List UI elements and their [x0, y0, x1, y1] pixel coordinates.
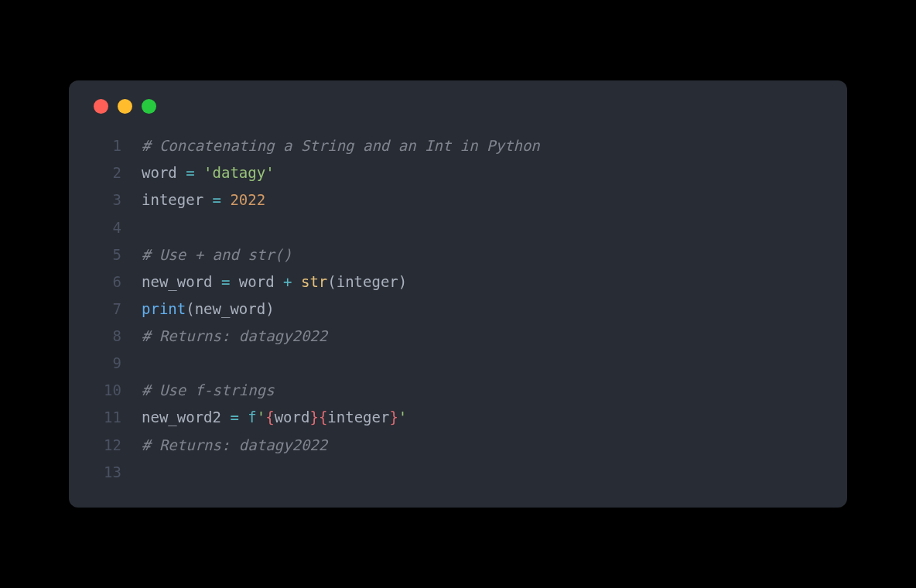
line-number: 4 — [91, 214, 121, 241]
code-content: print(new_word) — [142, 296, 825, 323]
space-token — [221, 191, 230, 208]
fbrace-token: } — [389, 409, 398, 426]
number-token: 2022 — [230, 191, 265, 208]
line-number: 1 — [91, 132, 121, 159]
close-icon[interactable] — [94, 99, 108, 114]
operator-token: = — [186, 164, 194, 181]
function-token: print — [142, 300, 186, 317]
operator-token: = — [221, 273, 230, 290]
code-content: new_word2 = f'{word}{integer}' — [142, 404, 825, 431]
traffic-lights — [91, 99, 825, 114]
line-number: 6 — [91, 268, 121, 296]
variable-token: word — [142, 164, 186, 181]
line-number: 10 — [91, 377, 121, 404]
variable-token: integer — [142, 191, 213, 208]
code-content: new_word = word + str(integer) — [142, 268, 825, 296]
variable-token: new_word — [142, 273, 221, 290]
code-line: 12 # Returns: datagy2022 — [91, 432, 825, 459]
comment-token: # Use f-strings — [142, 381, 275, 398]
variable-token: new_word2 — [142, 409, 230, 426]
code-content — [142, 214, 825, 241]
minimize-icon[interactable] — [118, 99, 132, 114]
line-number: 7 — [91, 296, 121, 323]
code-line: 8 # Returns: datagy2022 — [91, 323, 825, 350]
code-line: 3 integer = 2022 — [91, 186, 825, 214]
text-token: word — [230, 273, 283, 290]
operator-token: = — [213, 191, 221, 208]
code-content — [142, 350, 825, 377]
line-number: 5 — [91, 241, 121, 268]
code-line: 7 print(new_word) — [91, 296, 825, 323]
line-number: 8 — [91, 323, 121, 350]
fbrace-token: } — [309, 409, 318, 426]
line-number: 3 — [91, 186, 121, 214]
code-content: # Returns: datagy2022 — [142, 323, 825, 350]
paren-token: ) — [265, 300, 274, 317]
operator-token: = — [230, 409, 238, 426]
code-content — [142, 459, 825, 486]
string-token: ' — [257, 409, 265, 426]
code-line: 4 — [91, 214, 825, 241]
comment-token: # Returns: datagy2022 — [142, 436, 327, 453]
builtin-token: str — [301, 273, 327, 290]
code-area: 1 # Concatenating a String and an Int in… — [91, 132, 825, 486]
variable-token: integer — [327, 409, 389, 426]
code-line: 6 new_word = word + str(integer) — [91, 268, 825, 296]
line-number: 11 — [91, 404, 121, 431]
code-line: 2 word = 'datagy' — [91, 159, 825, 186]
code-line: 13 — [91, 459, 825, 486]
variable-token: integer — [337, 273, 398, 290]
fbrace-token: { — [265, 409, 274, 426]
variable-token: new_word — [195, 300, 266, 317]
line-number: 2 — [91, 159, 121, 186]
code-line: 1 # Concatenating a String and an Int in… — [91, 132, 825, 159]
code-content: # Use f-strings — [142, 377, 825, 404]
code-content: # Concatenating a String and an Int in P… — [142, 132, 825, 159]
comment-token: # Returns: datagy2022 — [142, 327, 327, 344]
line-number: 9 — [91, 350, 121, 377]
paren-token: ( — [327, 273, 336, 290]
comment-token: # Use + and str() — [142, 246, 292, 263]
maximize-icon[interactable] — [142, 99, 156, 114]
fprefix-token: f — [248, 409, 256, 426]
variable-token: word — [275, 409, 310, 426]
code-window: 1 # Concatenating a String and an Int in… — [69, 80, 847, 508]
paren-token: ( — [186, 300, 194, 317]
line-number: 12 — [91, 432, 121, 459]
code-content: # Returns: datagy2022 — [142, 432, 825, 459]
code-content: # Use + and str() — [142, 241, 825, 268]
fbrace-token: { — [319, 409, 327, 426]
code-line: 11 new_word2 = f'{word}{integer}' — [91, 404, 825, 431]
code-line: 5 # Use + and str() — [91, 241, 825, 268]
paren-token: ) — [398, 273, 407, 290]
code-line: 10 # Use f-strings — [91, 377, 825, 404]
comment-token: # Concatenating a String and an Int in P… — [142, 137, 540, 154]
code-content: integer = 2022 — [142, 186, 825, 214]
space-token — [292, 273, 301, 290]
line-number: 13 — [91, 459, 121, 486]
code-line: 9 — [91, 350, 825, 377]
string-token: ' — [398, 409, 407, 426]
space-token — [195, 164, 203, 181]
operator-token: + — [283, 273, 292, 290]
string-token: 'datagy' — [203, 164, 275, 181]
code-content: word = 'datagy' — [142, 159, 825, 186]
space-token — [239, 409, 248, 426]
